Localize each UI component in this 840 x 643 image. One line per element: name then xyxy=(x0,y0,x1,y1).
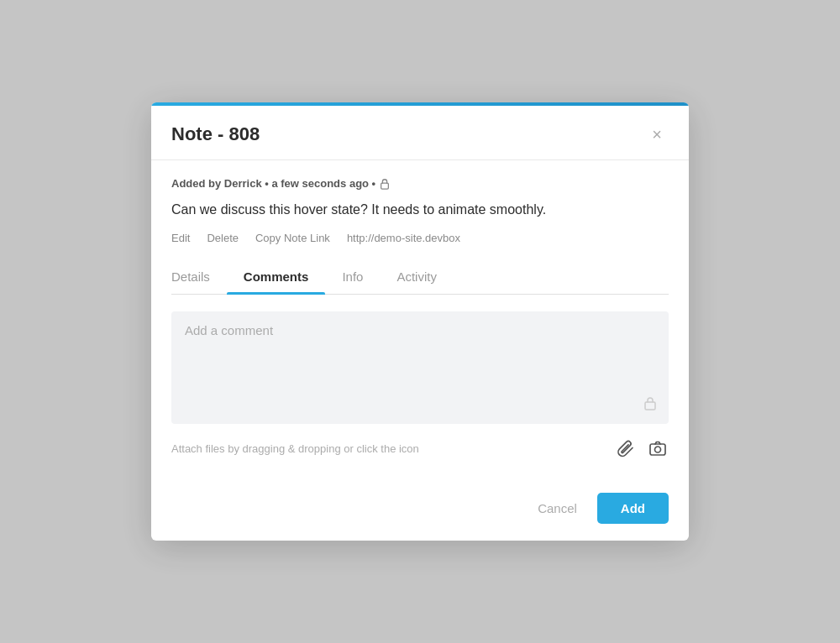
edit-button[interactable]: Edit xyxy=(171,232,190,244)
add-button[interactable]: Add xyxy=(597,493,669,524)
tabs-container: Details Comments Info Activity xyxy=(171,261,669,295)
svg-point-3 xyxy=(655,447,661,452)
note-meta-text: Added by Derrick • a few seconds ago • xyxy=(171,177,375,190)
attach-hint: Attach files by dragging & dropping or c… xyxy=(171,442,419,455)
delete-button[interactable]: Delete xyxy=(207,232,239,244)
svg-rect-0 xyxy=(381,183,389,189)
comment-textarea[interactable] xyxy=(185,323,655,390)
camera-button[interactable] xyxy=(647,437,669,459)
note-content: Can we discuss this hover state? It need… xyxy=(171,200,669,220)
modal-footer: Cancel Add xyxy=(151,484,689,541)
close-button[interactable]: × xyxy=(645,123,669,146)
paperclip-icon xyxy=(617,439,635,457)
camera-icon xyxy=(648,439,667,457)
cancel-button[interactable]: Cancel xyxy=(528,494,587,522)
note-actions: Edit Delete Copy Note Link http://demo-s… xyxy=(171,232,669,244)
attach-icons xyxy=(615,437,669,459)
tab-activity[interactable]: Activity xyxy=(380,261,454,294)
svg-rect-2 xyxy=(650,444,665,455)
tab-content-comments: Attach files by dragging & dropping or c… xyxy=(171,295,669,484)
attach-row: Attach files by dragging & dropping or c… xyxy=(171,424,669,468)
modal-overlay: Note - 808 × Added by Derrick • a few se… xyxy=(0,0,840,643)
copy-link-button[interactable]: Copy Note Link xyxy=(255,232,330,244)
tab-details[interactable]: Details xyxy=(171,261,227,294)
tab-info[interactable]: Info xyxy=(325,261,380,294)
note-url: http://demo-site.devbox xyxy=(347,232,460,244)
modal-title: Note - 808 xyxy=(171,123,260,145)
note-meta: Added by Derrick • a few seconds ago • xyxy=(171,177,669,191)
comment-input-wrapper xyxy=(171,311,669,424)
modal-body: Added by Derrick • a few seconds ago • C… xyxy=(151,160,689,485)
tab-comments[interactable]: Comments xyxy=(227,261,326,294)
textarea-lock-icon xyxy=(643,395,657,414)
attach-file-button[interactable] xyxy=(615,437,637,459)
lock-icon xyxy=(379,177,391,191)
svg-rect-1 xyxy=(645,402,655,410)
modal-dialog: Note - 808 × Added by Derrick • a few se… xyxy=(151,102,689,541)
modal-header: Note - 808 × xyxy=(151,106,689,160)
